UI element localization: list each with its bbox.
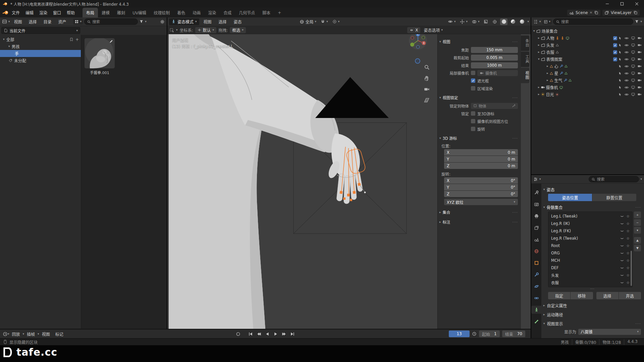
local-camera-field[interactable]: 摄像机: [477, 70, 518, 76]
hide-icon[interactable]: [624, 36, 629, 41]
assign-button[interactable]: 指定: [548, 292, 570, 299]
pose-panel-header[interactable]: ▾ 姿态: [543, 185, 641, 193]
cursor-rz-field[interactable]: Z0°: [444, 191, 518, 197]
render-region-checkbox[interactable]: [471, 86, 475, 90]
expand-icon[interactable]: ▸: [547, 79, 548, 82]
filter-chevron-icon[interactable]: ▾: [640, 20, 642, 23]
pose-position-button[interactable]: 姿态位置: [548, 194, 592, 201]
filter-chevron-icon[interactable]: ▾: [145, 20, 147, 23]
filter-icon[interactable]: [139, 19, 144, 24]
outliner-row-camera[interactable]: ▸ 摄像机: [531, 84, 644, 91]
current-frame-field[interactable]: 13: [449, 330, 470, 337]
expand-icon[interactable]: ▸: [538, 86, 540, 89]
collection-checkbox[interactable]: [613, 43, 617, 47]
collection-checkbox[interactable]: [613, 57, 617, 61]
bone-collection-row[interactable]: Leg.L (Tweak)☆: [548, 213, 632, 220]
hide-icon[interactable]: [624, 85, 629, 90]
cursor-y-field[interactable]: Y0 m: [444, 156, 518, 162]
workspace-tab-modeling[interactable]: 建模: [98, 8, 113, 17]
render-visibility-icon[interactable]: [637, 78, 642, 82]
drag-grip-icon[interactable]: ····: [512, 210, 518, 214]
timeline-menu-marker[interactable]: 标记: [53, 330, 66, 338]
tab-output[interactable]: [531, 212, 541, 220]
list-specials-button[interactable]: ▾: [634, 227, 641, 234]
outliner-row-clothes[interactable]: ▸ 衣服: [531, 49, 644, 56]
camera-to-view-checkbox[interactable]: [471, 119, 475, 123]
expand-icon[interactable]: ▸: [538, 37, 540, 40]
viewport-visibility-icon[interactable]: [631, 36, 635, 40]
assets-menu-select[interactable]: 选择: [26, 18, 40, 25]
bone-collection-row[interactable]: Leg.R (FK)☆: [548, 227, 632, 235]
properties-search-input[interactable]: [597, 177, 636, 182]
coord-system-select[interactable]: 默认 ▾: [195, 27, 217, 33]
hide-icon[interactable]: [624, 78, 629, 83]
workspace-tab-scripting[interactable]: 脚本: [259, 8, 274, 17]
properties-search[interactable]: [589, 176, 639, 182]
asset-thumbnail[interactable]: [85, 38, 115, 68]
move-view-tool[interactable]: [424, 75, 430, 81]
outliner-row-scene-collection[interactable]: ▾ 场景集合: [531, 27, 644, 35]
hide-icon[interactable]: [624, 50, 629, 55]
add-workspace-button[interactable]: +: [274, 8, 285, 17]
outliner-row-star[interactable]: ▸ 星: [531, 70, 644, 77]
list-scrollbar[interactable]: [631, 251, 632, 286]
editor-type-chevron-icon[interactable]: ▾: [8, 333, 9, 336]
drag-grip-icon[interactable]: ····: [512, 40, 518, 44]
camera-view-tool[interactable]: [424, 86, 430, 92]
asset-browser-editor-icon[interactable]: [2, 19, 7, 24]
menu-render[interactable]: 渲染: [37, 9, 50, 16]
menu-file[interactable]: 文件: [9, 9, 22, 16]
hide-icon[interactable]: [624, 57, 629, 62]
menu-help[interactable]: 帮助: [64, 9, 77, 16]
visibility-icon[interactable]: [620, 251, 624, 255]
drag-grip-icon[interactable]: ····: [512, 96, 518, 100]
tab-render[interactable]: [531, 200, 541, 208]
snap-toggle[interactable]: ▾: [319, 19, 329, 24]
expand-icon[interactable]: ▾: [3, 38, 5, 41]
render-visibility-icon[interactable]: [637, 64, 642, 68]
deselect-button[interactable]: 弃选: [619, 292, 641, 299]
resize-grip[interactable]: ····: [543, 287, 641, 291]
visibility-icon[interactable]: [620, 229, 624, 233]
viewport-visibility-icon[interactable]: [631, 71, 635, 75]
viewport-menu-select[interactable]: 选择: [216, 18, 229, 25]
expand-icon[interactable]: ▸: [538, 51, 540, 54]
asset-item[interactable]: 手握拳.001: [85, 38, 164, 75]
selectable-icon[interactable]: [618, 85, 622, 89]
filter-icon[interactable]: [635, 19, 639, 24]
annotations-section-header[interactable]: ▸ 标注 ····: [439, 218, 518, 226]
viewport-visibility-icon[interactable]: [631, 85, 635, 89]
frame-start-field[interactable]: 起始1: [479, 330, 500, 337]
catalog-item-hand[interactable]: 手: [0, 50, 81, 57]
workspace-tab-sculpt[interactable]: 雕刻: [113, 8, 129, 17]
workspace-tab-texture[interactable]: 纹理绘制: [150, 8, 173, 17]
asset-search[interactable]: [84, 18, 138, 25]
editor-type-chevron-icon[interactable]: ▾: [539, 178, 541, 181]
expand-icon[interactable]: ▸: [547, 65, 548, 68]
hide-icon[interactable]: [624, 92, 629, 97]
hide-icon[interactable]: [624, 64, 629, 69]
visibility-icon[interactable]: [620, 258, 624, 263]
display-as-select[interactable]: 八面锥 ▾: [578, 329, 641, 335]
previous-keyframe-button[interactable]: [255, 330, 263, 337]
expand-icon[interactable]: ▸: [538, 44, 540, 47]
selectable-icon[interactable]: [618, 64, 622, 68]
menu-window[interactable]: 窗口: [50, 9, 64, 16]
lock-rotation-checkbox[interactable]: [471, 127, 475, 131]
assets-menu-view[interactable]: 视图: [11, 18, 25, 25]
clip-end-field[interactable]: 1000 m: [471, 62, 518, 68]
bone-collection-row[interactable]: Leg.R (IK)☆: [548, 220, 632, 227]
scene-selector[interactable]: Scene ✕: [567, 10, 600, 16]
render-visibility-icon[interactable]: [637, 57, 642, 61]
sidebar-tab-tool[interactable]: 工具: [521, 52, 529, 67]
lock-to-cursor-checkbox[interactable]: [471, 111, 475, 116]
editor-type-chevron-icon[interactable]: ▾: [8, 20, 10, 23]
solo-star-icon[interactable]: ☆: [626, 236, 630, 241]
rendered-shading-button[interactable]: [518, 18, 526, 25]
viewport-display-panel[interactable]: ▾ 视图显示 ····: [543, 319, 641, 328]
solo-star-icon[interactable]: ☆: [626, 266, 630, 270]
drag-grip-icon[interactable]: ····: [635, 205, 641, 209]
collections-section-header[interactable]: ▸ 集合 ····: [439, 208, 518, 217]
bone-collection-row[interactable]: ORG☆: [548, 249, 632, 257]
visibility-icon[interactable]: [620, 222, 624, 226]
